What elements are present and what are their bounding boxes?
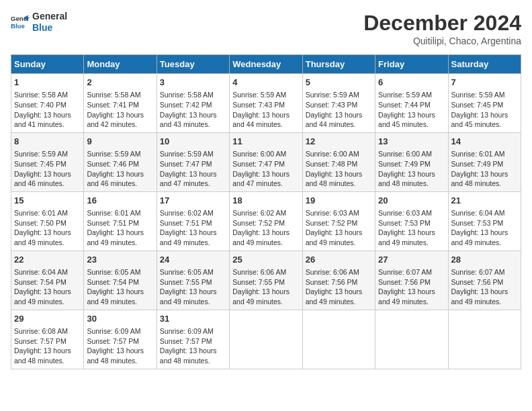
calendar-cell-day-26: 26Sunrise: 6:06 AMSunset: 7:56 PMDayligh…: [302, 250, 375, 310]
title-block: December 2024 Quitilipi, Chaco, Argentin…: [363, 11, 521, 46]
calendar-cell-empty: [448, 310, 521, 369]
calendar-cell-day-30: 30Sunrise: 6:09 AMSunset: 7:57 PMDayligh…: [84, 310, 157, 369]
calendar-cell-day-6: 6Sunrise: 5:59 AMSunset: 7:44 PMDaylight…: [375, 74, 448, 133]
calendar-cell-day-9: 9Sunrise: 5:59 AMSunset: 7:46 PMDaylight…: [84, 132, 157, 191]
calendar-week-3: 15Sunrise: 6:01 AMSunset: 7:50 PMDayligh…: [11, 191, 521, 250]
col-wednesday: Wednesday: [230, 55, 302, 74]
logo-line2: Blue: [32, 22, 67, 34]
calendar-cell-day-14: 14Sunrise: 6:01 AMSunset: 7:49 PMDayligh…: [448, 132, 521, 191]
calendar-cell-day-8: 8Sunrise: 5:59 AMSunset: 7:45 PMDaylight…: [11, 132, 84, 191]
calendar-week-5: 29Sunrise: 6:08 AMSunset: 7:57 PMDayligh…: [11, 310, 521, 369]
calendar-cell-day-1: 1Sunrise: 5:58 AMSunset: 7:40 PMDaylight…: [11, 74, 84, 133]
calendar-cell-day-19: 19Sunrise: 6:03 AMSunset: 7:52 PMDayligh…: [302, 191, 375, 250]
calendar-cell-day-20: 20Sunrise: 6:03 AMSunset: 7:53 PMDayligh…: [375, 191, 448, 250]
col-tuesday: Tuesday: [157, 55, 229, 74]
calendar-body: 1Sunrise: 5:58 AMSunset: 7:40 PMDaylight…: [11, 74, 521, 369]
calendar-week-4: 22Sunrise: 6:04 AMSunset: 7:54 PMDayligh…: [11, 250, 521, 310]
calendar-cell-day-15: 15Sunrise: 6:01 AMSunset: 7:50 PMDayligh…: [11, 191, 84, 250]
calendar-header-row: Sunday Monday Tuesday Wednesday Thursday…: [11, 55, 521, 74]
calendar-cell-day-12: 12Sunrise: 6:00 AMSunset: 7:48 PMDayligh…: [302, 132, 375, 191]
col-thursday: Thursday: [302, 55, 375, 74]
subtitle: Quitilipi, Chaco, Argentina: [363, 36, 521, 46]
logo-icon: General Blue: [11, 13, 30, 32]
calendar-cell-day-21: 21Sunrise: 6:04 AMSunset: 7:53 PMDayligh…: [448, 191, 521, 250]
calendar-cell-day-27: 27Sunrise: 6:07 AMSunset: 7:56 PMDayligh…: [375, 250, 448, 310]
page-header: General Blue General Blue December 2024 …: [11, 11, 521, 46]
calendar-cell-day-22: 22Sunrise: 6:04 AMSunset: 7:54 PMDayligh…: [11, 250, 84, 310]
calendar-cell-day-29: 29Sunrise: 6:08 AMSunset: 7:57 PMDayligh…: [11, 310, 84, 369]
calendar-cell-day-3: 3Sunrise: 5:58 AMSunset: 7:42 PMDaylight…: [157, 74, 229, 133]
calendar-cell-day-18: 18Sunrise: 6:02 AMSunset: 7:52 PMDayligh…: [230, 191, 302, 250]
col-monday: Monday: [84, 55, 157, 74]
calendar-cell-day-17: 17Sunrise: 6:02 AMSunset: 7:51 PMDayligh…: [157, 191, 229, 250]
calendar-cell-day-24: 24Sunrise: 6:05 AMSunset: 7:55 PMDayligh…: [157, 250, 229, 310]
calendar-cell-day-16: 16Sunrise: 6:01 AMSunset: 7:51 PMDayligh…: [84, 191, 157, 250]
calendar-cell-empty: [375, 310, 448, 369]
col-sunday: Sunday: [11, 55, 84, 74]
calendar-cell-day-28: 28Sunrise: 6:07 AMSunset: 7:56 PMDayligh…: [448, 250, 521, 310]
calendar-cell-day-4: 4Sunrise: 5:59 AMSunset: 7:43 PMDaylight…: [230, 74, 302, 133]
col-friday: Friday: [375, 55, 448, 74]
calendar-cell-day-2: 2Sunrise: 5:58 AMSunset: 7:41 PMDaylight…: [84, 74, 157, 133]
calendar-cell-day-13: 13Sunrise: 6:00 AMSunset: 7:49 PMDayligh…: [375, 132, 448, 191]
calendar-cell-empty: [302, 310, 375, 369]
logo-line1: General: [32, 11, 67, 22]
calendar-cell-day-7: 7Sunrise: 5:59 AMSunset: 7:45 PMDaylight…: [448, 74, 521, 133]
calendar-cell-day-10: 10Sunrise: 5:59 AMSunset: 7:47 PMDayligh…: [157, 132, 229, 191]
calendar-cell-day-23: 23Sunrise: 6:05 AMSunset: 7:54 PMDayligh…: [84, 250, 157, 310]
calendar-table: Sunday Monday Tuesday Wednesday Thursday…: [11, 54, 521, 369]
svg-text:Blue: Blue: [11, 22, 25, 30]
calendar-cell-day-31: 31Sunrise: 6:09 AMSunset: 7:57 PMDayligh…: [157, 310, 229, 369]
main-title: December 2024: [363, 11, 521, 36]
calendar-cell-day-5: 5Sunrise: 5:59 AMSunset: 7:43 PMDaylight…: [302, 74, 375, 133]
logo: General Blue General Blue: [11, 11, 67, 34]
calendar-cell-empty: [230, 310, 302, 369]
calendar-week-1: 1Sunrise: 5:58 AMSunset: 7:40 PMDaylight…: [11, 74, 521, 133]
col-saturday: Saturday: [448, 55, 521, 74]
calendar-week-2: 8Sunrise: 5:59 AMSunset: 7:45 PMDaylight…: [11, 132, 521, 191]
calendar-cell-day-25: 25Sunrise: 6:06 AMSunset: 7:55 PMDayligh…: [230, 250, 302, 310]
calendar-cell-day-11: 11Sunrise: 6:00 AMSunset: 7:47 PMDayligh…: [230, 132, 302, 191]
